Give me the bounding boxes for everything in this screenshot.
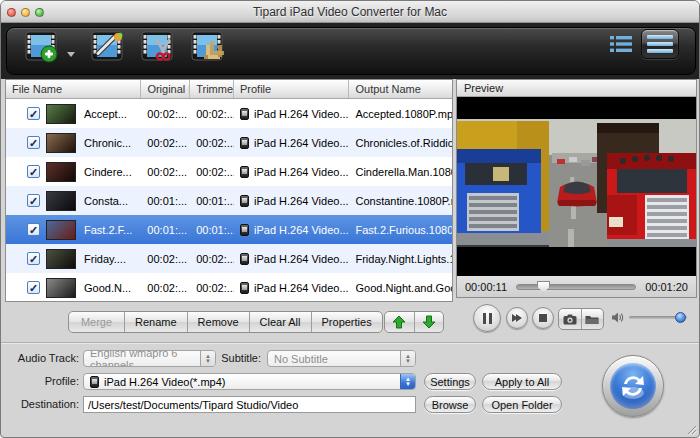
subtitle-dropdown[interactable]: No Subtitle ▲▼ — [267, 350, 416, 367]
output-name: Accepted.1080P.mp4 — [349, 108, 452, 120]
snapshot-folder-button[interactable] — [582, 309, 604, 329]
folder-icon — [585, 314, 599, 325]
zoom-button[interactable] — [35, 8, 44, 17]
player-controls — [456, 301, 697, 337]
row-checkbox[interactable]: ✓ — [27, 194, 40, 207]
output-name: Friday.Night.Lights.1... — [349, 253, 452, 265]
output-name: Cinderella.Man.1080P... — [349, 166, 452, 178]
volume-thumb[interactable] — [675, 312, 686, 323]
destination-label: Destination: — [3, 398, 79, 410]
effect-button[interactable] — [91, 30, 125, 64]
open-folder-button[interactable]: Open Folder — [482, 396, 562, 413]
trimmed-length: 00:02:... — [190, 108, 234, 120]
destination-input[interactable] — [83, 396, 416, 413]
table-row[interactable]: ✓Accept...00:02:...00:02:...iPad H.264 V… — [6, 99, 452, 128]
snapshot-button[interactable] — [559, 309, 582, 329]
pause-button[interactable] — [473, 304, 501, 332]
original-length: 00:02:... — [141, 253, 190, 265]
table-row[interactable]: ✓Fast.2.F...00:01:...00:01:...iPad H.264… — [6, 215, 452, 244]
row-checkbox[interactable]: ✓ — [27, 165, 40, 178]
output-name: Constantine.1080P.m... — [349, 195, 452, 207]
original-length: 00:02:... — [141, 137, 190, 149]
section-divider — [1, 342, 700, 344]
preview-progress-thumb[interactable] — [537, 281, 550, 293]
column-header-profile[interactable]: Profile — [234, 80, 349, 98]
volume-track[interactable] — [629, 316, 687, 319]
table-row[interactable]: ✓Chronic...00:02:...00:02:...iPad H.264 … — [6, 128, 452, 157]
video-thumbnail — [46, 249, 76, 269]
settings-button[interactable]: Settings — [424, 373, 476, 390]
move-down-button[interactable] — [415, 312, 444, 332]
close-button[interactable] — [7, 8, 16, 17]
minimize-button[interactable] — [21, 8, 30, 17]
fast-forward-icon — [512, 314, 522, 322]
row-checkbox[interactable]: ✓ — [27, 252, 40, 265]
row-checkbox[interactable]: ✓ — [27, 107, 40, 120]
table-row[interactable]: ✓Consta...00:01:...00:01:...iPad H.264 V… — [6, 186, 452, 215]
video-preview — [457, 97, 696, 276]
detail-view-icon — [647, 35, 673, 39]
rename-button[interactable]: Rename — [125, 312, 188, 332]
table-row[interactable]: ✓Friday....00:02:...00:02:...iPad H.264 … — [6, 244, 452, 273]
ipad-device-icon — [90, 376, 99, 388]
file-name: Accept... — [84, 108, 127, 120]
move-up-button[interactable] — [385, 312, 415, 332]
progress-track[interactable] — [516, 284, 636, 290]
video-thumbnail — [46, 191, 76, 211]
crop-button[interactable] — [191, 30, 225, 64]
trimmed-length: 00:02:... — [190, 137, 234, 149]
table-row[interactable]: ✓Cindere...00:02:...00:02:...iPad H.264 … — [6, 157, 452, 186]
column-header-original-le[interactable]: Original Le — [141, 80, 190, 98]
file-name: Cindere... — [84, 166, 132, 178]
properties-button[interactable]: Properties — [312, 312, 382, 332]
row-profile: iPad H.264 Video... — [234, 224, 349, 236]
file-name: Friday.... — [84, 253, 126, 265]
toolbar — [1, 23, 700, 79]
ipad-device-icon — [240, 253, 249, 265]
video-thumbnail — [46, 162, 76, 182]
file-list-table: File NameOriginal LeTrimmed LProfileOutp… — [5, 79, 453, 302]
row-profile: iPad H.264 Video... — [234, 195, 349, 207]
remove-button[interactable]: Remove — [188, 312, 250, 332]
trimmed-length: 00:02:... — [190, 282, 234, 294]
resize-grip[interactable] — [685, 423, 697, 435]
ipad-device-icon — [240, 224, 249, 236]
apply-to-all-button[interactable]: Apply to All — [482, 373, 562, 390]
detail-view-icon — [647, 42, 673, 46]
column-header-output-name[interactable]: Output Name — [349, 80, 452, 98]
profile-label: Profile: — [3, 375, 79, 387]
profile-value: iPad H.264 Video(*.mp4) — [104, 376, 225, 388]
add-video-button[interactable] — [25, 30, 59, 64]
video-thumbnail — [46, 133, 76, 153]
column-header-file-name[interactable]: File Name — [6, 80, 141, 98]
detail-view-button[interactable] — [641, 29, 679, 59]
table-row[interactable]: ✓Good.N...00:02:...00:02:...iPad H.264 V… — [6, 273, 452, 302]
trimmed-length: 00:01:... — [190, 224, 234, 236]
profile-dropdown[interactable]: iPad H.264 Video(*.mp4) ▲▼ — [83, 373, 416, 390]
row-profile: iPad H.264 Video... — [234, 166, 349, 178]
volume-icon — [611, 311, 624, 324]
list-view-button[interactable] — [609, 33, 633, 55]
row-checkbox[interactable]: ✓ — [27, 281, 40, 294]
browse-button[interactable]: Browse — [424, 396, 476, 413]
merge-button[interactable]: Merge — [69, 312, 125, 332]
stop-button[interactable] — [532, 307, 554, 329]
stop-icon — [539, 314, 547, 322]
detail-view-icon — [647, 49, 673, 53]
row-checkbox[interactable]: ✓ — [27, 136, 40, 149]
column-header-trimmed-l[interactable]: Trimmed L — [190, 80, 234, 98]
trim-button[interactable] — [141, 30, 175, 64]
add-video-menu-caret[interactable] — [67, 52, 75, 57]
fast-forward-button[interactable] — [506, 307, 528, 329]
row-profile: iPad H.264 Video... — [234, 282, 349, 294]
output-name: Fast.2.Furious.1080P.... — [349, 224, 452, 236]
convert-button[interactable] — [602, 355, 664, 417]
row-checkbox[interactable]: ✓ — [27, 223, 40, 236]
clear-all-button[interactable]: Clear All — [250, 312, 312, 332]
convert-icon — [610, 363, 656, 409]
original-length: 00:01:... — [141, 224, 190, 236]
file-name: Consta... — [84, 195, 128, 207]
original-length: 00:01:... — [141, 195, 190, 207]
audio-track-label: Audio Track: — [3, 352, 79, 364]
output-name: Chronicles.of.Riddick... — [349, 137, 452, 149]
